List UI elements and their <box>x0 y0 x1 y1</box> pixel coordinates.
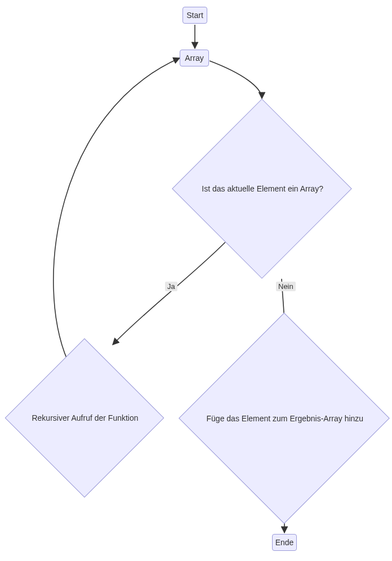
edge-label-no: Nein <box>276 282 296 291</box>
node-array-label: Array <box>185 54 203 63</box>
node-array: Array <box>180 50 209 66</box>
node-decision: Ist das aktuelle Element ein Array? <box>198 125 326 252</box>
node-start-label: Start <box>186 11 203 20</box>
node-append-label: Füge das Element zum Ergebnis-Array hinz… <box>207 414 364 423</box>
node-decision-label: Ist das aktuelle Element ein Array? <box>202 184 323 193</box>
node-end-label: Ende <box>275 538 294 547</box>
node-append: Füge das Element zum Ergebnis-Array hinz… <box>210 344 359 493</box>
node-start: Start <box>182 7 207 24</box>
node-end: Ende <box>272 534 297 551</box>
node-recurse: Rekursiver Aufruf der Funktion <box>28 362 141 474</box>
edge-label-yes: Ja <box>165 282 177 291</box>
node-recurse-label: Rekursiver Aufruf der Funktion <box>32 413 138 422</box>
